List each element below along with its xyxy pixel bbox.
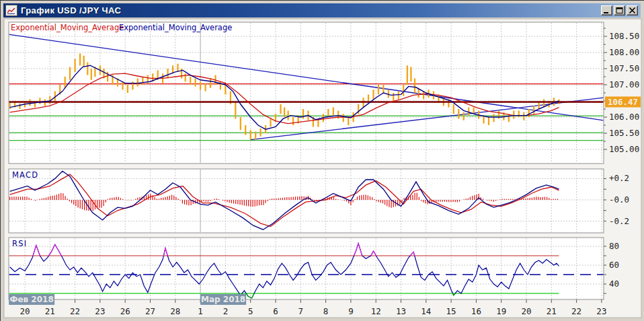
window-title: График USD /JPY ЧАС <box>21 5 601 15</box>
maximize-icon <box>616 7 623 13</box>
x-axis-label: 22 <box>571 306 581 316</box>
macd-axis-label: -0.2 <box>609 216 629 226</box>
title-bar[interactable]: График USD /JPY ЧАС <box>3 3 641 17</box>
macd-axis-label: +0.2 <box>609 173 629 183</box>
x-axis-label: 15 <box>446 306 456 316</box>
month-tag-text: Мар 2018 <box>201 295 245 304</box>
window-controls <box>601 5 639 15</box>
price-axis-label: 105.00 <box>609 144 639 154</box>
close-button[interactable] <box>627 5 638 15</box>
x-axis-label: 7 <box>298 306 304 316</box>
x-axis-label: 23 <box>596 306 606 316</box>
chart-canvas[interactable]: Exponential_Moving_AverageExponential_Mo… <box>1 1 644 321</box>
price-axis-label: 105.50 <box>609 128 639 138</box>
ema-label-blue: Exponential_Moving_Average <box>119 23 232 32</box>
price-axis-label: 108.50 <box>609 31 639 41</box>
x-axis-label: 9 <box>348 306 354 316</box>
macd-label: MACD <box>12 170 38 180</box>
price-axis-label: 106.00 <box>609 112 639 122</box>
x-axis-label: 21 <box>45 306 55 316</box>
minimize-button[interactable] <box>601 5 612 15</box>
minimize-icon <box>603 7 610 13</box>
current-price-tag-text: 106.47 <box>608 97 638 107</box>
price-axis-label: 107.50 <box>609 63 639 73</box>
x-axis-label: 27 <box>145 306 155 316</box>
chart-icon[interactable] <box>5 5 17 16</box>
price-axis-label: 108.00 <box>609 47 639 57</box>
rsi-label: RSI <box>12 239 27 248</box>
maximize-button[interactable] <box>614 5 625 15</box>
main-panel[interactable] <box>9 22 604 164</box>
rsi-axis-label: 60 <box>609 260 619 270</box>
x-axis-label: 21 <box>547 306 557 316</box>
x-axis-label: 8 <box>323 306 329 316</box>
x-axis-label: 12 <box>371 306 381 316</box>
rsi-panel[interactable] <box>9 238 604 299</box>
rsi-axis-label: 40 <box>609 279 619 289</box>
x-axis-label: 6 <box>273 306 278 316</box>
x-axis-label: 23 <box>95 306 105 316</box>
x-axis-label: 13 <box>396 306 406 316</box>
chart-window: Exponential_Moving_AverageExponential_Mo… <box>0 0 644 321</box>
price-axis-label: 107.00 <box>609 79 639 90</box>
ema-label-red: Exponential_Moving_Average <box>11 23 124 32</box>
x-axis-label: 2 <box>223 306 229 316</box>
rsi-axis-label: 80 <box>609 241 619 251</box>
month-tag-text: Фев 2018 <box>10 295 54 304</box>
x-axis-label: 22 <box>70 306 80 316</box>
x-axis-label: 19 <box>496 306 506 316</box>
x-axis-label: 26 <box>120 306 130 316</box>
x-axis-label: 1 <box>198 306 203 316</box>
x-axis-label: 20 <box>19 306 30 316</box>
macd-axis-label: -0.0 <box>609 194 629 205</box>
x-axis-label: 14 <box>421 306 431 316</box>
close-icon <box>629 7 636 13</box>
x-axis-label: 5 <box>248 306 253 316</box>
x-axis-label: 16 <box>471 306 481 316</box>
x-axis-label: 20 <box>521 306 531 316</box>
x-axis-label: 28 <box>170 306 180 316</box>
